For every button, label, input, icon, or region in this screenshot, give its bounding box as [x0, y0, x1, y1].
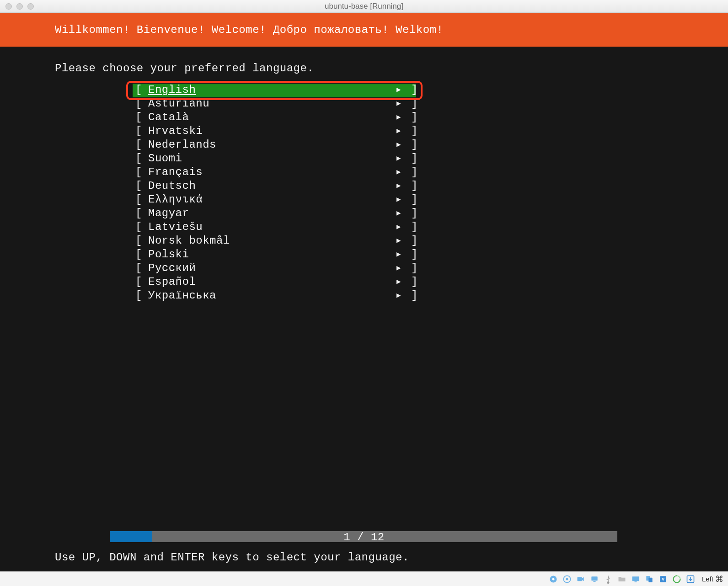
chevron-right-icon: ▸: [393, 262, 404, 275]
language-label: English: [148, 84, 393, 96]
harddisk-icon[interactable]: [548, 574, 558, 584]
svg-point-3: [566, 578, 567, 580]
bracket-left: [: [135, 221, 148, 234]
chevron-right-icon: ▸: [393, 193, 404, 206]
language-label: Català: [148, 111, 393, 124]
bracket-right: ]: [404, 111, 413, 124]
language-list[interactable]: [ English▸ ][ Asturianu▸ ][ Català▸ ][ H…: [133, 84, 416, 303]
language-option[interactable]: [ Українська▸ ]: [133, 289, 416, 303]
optical-disc-icon[interactable]: [562, 574, 572, 584]
close-window-button[interactable]: [5, 3, 12, 10]
usb-icon[interactable]: [603, 574, 613, 584]
svg-rect-6: [593, 581, 595, 582]
chevron-right-icon: ▸: [393, 125, 404, 138]
language-label: Asturianu: [148, 97, 393, 110]
chevron-right-icon: ▸: [393, 221, 404, 234]
language-label: Magyar: [148, 207, 393, 220]
welcome-text: Willkommen! Bienvenue! Welcome! Добро по…: [55, 24, 443, 36]
language-option[interactable]: [ Русский▸ ]: [133, 262, 416, 276]
chevron-right-icon: ▸: [393, 166, 404, 179]
host-key-label: Left: [702, 575, 713, 583]
zoom-window-button[interactable]: [27, 3, 34, 10]
host-key-indicator: Left ⌘: [702, 574, 723, 584]
bracket-left: [: [135, 166, 148, 179]
clipboard-icon[interactable]: [644, 574, 654, 584]
language-option[interactable]: [ Ελληνικά▸ ]: [133, 193, 416, 207]
chevron-right-icon: ▸: [393, 248, 404, 261]
minimize-window-button[interactable]: [16, 3, 23, 10]
language-option[interactable]: [ Polski▸ ]: [133, 248, 416, 262]
chevron-right-icon: ▸: [393, 111, 404, 124]
language-label: Ελληνικά: [148, 193, 393, 206]
svg-point-7: [607, 581, 609, 583]
language-label: Українська: [148, 289, 393, 302]
bracket-left: [: [135, 111, 148, 124]
chevron-right-icon: ▸: [393, 289, 404, 302]
recording-icon[interactable]: [672, 574, 682, 584]
bracket-right: ]: [404, 97, 413, 110]
bracket-left: [: [135, 139, 148, 151]
keyboard-hint: Use UP, DOWN and ENTER keys to select yo…: [0, 551, 728, 571]
language-option[interactable]: [ Deutsch▸ ]: [133, 180, 416, 193]
progress-label: 1 / 12: [343, 531, 384, 544]
language-label: Polski: [148, 248, 393, 261]
svg-text:V: V: [662, 577, 665, 581]
language-label: Nederlands: [148, 139, 393, 151]
language-label: Norsk bokmål: [148, 234, 393, 247]
language-option[interactable]: [ Norsk bokmål▸ ]: [133, 234, 416, 248]
language-option[interactable]: [ Asturianu▸ ]: [133, 97, 416, 111]
progress-bar: 1 / 12: [0, 530, 728, 543]
vm-statusbar: V Left ⌘: [0, 571, 728, 586]
bracket-left: [: [135, 84, 148, 96]
bracket-left: [: [135, 180, 148, 192]
chevron-right-icon: ▸: [393, 234, 404, 247]
bracket-left: [: [135, 97, 148, 110]
vm-display[interactable]: Willkommen! Bienvenue! Welcome! Добро по…: [0, 13, 728, 571]
bracket-left: [: [135, 276, 148, 288]
bracket-left: [: [135, 152, 148, 165]
bracket-right: ]: [404, 166, 413, 179]
chevron-right-icon: ▸: [393, 152, 404, 165]
bracket-right: ]: [404, 262, 413, 275]
language-label: Suomi: [148, 152, 393, 165]
network-icon[interactable]: [589, 574, 600, 584]
language-option[interactable]: [ Magyar▸ ]: [133, 207, 416, 221]
language-option[interactable]: [ Hrvatski▸ ]: [133, 125, 416, 139]
bracket-left: [: [135, 262, 148, 275]
installer-body: Please choose your preferred language. […: [0, 47, 728, 530]
language-option[interactable]: [ Français▸ ]: [133, 166, 416, 180]
bracket-left: [: [135, 193, 148, 206]
video-capture-icon[interactable]: [576, 574, 586, 584]
download-icon[interactable]: [685, 574, 696, 584]
language-label: Français: [148, 166, 393, 179]
language-option[interactable]: [ Español▸ ]: [133, 276, 416, 289]
bracket-right: ]: [404, 152, 413, 165]
svg-rect-5: [591, 576, 597, 581]
display-icon[interactable]: [631, 574, 641, 584]
chevron-right-icon: ▸: [393, 180, 404, 192]
window-controls: [5, 3, 34, 10]
chevron-right-icon: ▸: [393, 139, 404, 151]
svg-point-1: [552, 578, 554, 580]
language-option[interactable]: [ Català▸ ]: [133, 111, 416, 125]
language-option[interactable]: [ Nederlands▸ ]: [133, 139, 416, 152]
language-prompt: Please choose your preferred language.: [55, 62, 728, 75]
language-option[interactable]: [ Latviešu▸ ]: [133, 221, 416, 234]
vrde-icon[interactable]: V: [658, 574, 668, 584]
chevron-right-icon: ▸: [393, 84, 404, 96]
language-label: Deutsch: [148, 180, 393, 192]
progress-fill: [110, 531, 152, 542]
bracket-right: ]: [404, 234, 413, 247]
svg-rect-11: [648, 577, 652, 582]
bracket-right: ]: [404, 289, 413, 302]
bracket-left: [: [135, 234, 148, 247]
language-option[interactable]: [ Suomi▸ ]: [133, 152, 416, 166]
bracket-left: [: [135, 207, 148, 220]
svg-rect-9: [634, 581, 637, 582]
window-title: ubuntu-base [Running]: [325, 2, 403, 11]
chevron-right-icon: ▸: [393, 207, 404, 220]
language-option[interactable]: [ English▸ ]: [133, 84, 416, 97]
welcome-banner: Willkommen! Bienvenue! Welcome! Добро по…: [0, 13, 728, 47]
shared-folder-icon[interactable]: [617, 574, 627, 584]
bracket-right: ]: [404, 193, 413, 206]
